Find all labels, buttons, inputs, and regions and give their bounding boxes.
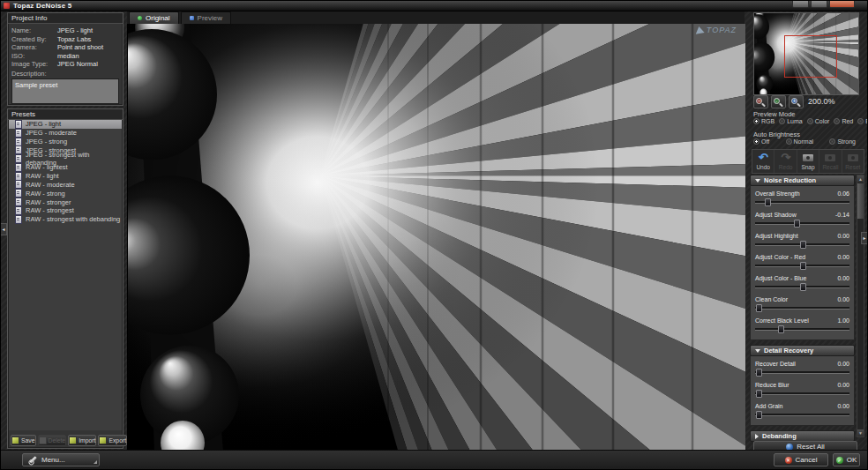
preset-item[interactable]: JPEG - moderate (9, 129, 122, 138)
slider-track[interactable] (755, 390, 849, 398)
preset-file-icon (15, 129, 22, 138)
field-value: JPEG Normal (57, 60, 98, 69)
slider-track[interactable] (755, 283, 849, 291)
preview-mode-color-radio[interactable]: Color (807, 118, 830, 124)
preview-mode-blue-radio[interactable]: Blue (857, 118, 868, 124)
redo-button[interactable]: Redo (774, 150, 797, 173)
slider-handle[interactable] (794, 220, 800, 228)
slider-handle[interactable] (756, 411, 762, 419)
slider-handle[interactable] (778, 325, 784, 333)
field-value: Topaz Labs (57, 35, 91, 44)
zoom-controls: 200.0% (753, 95, 835, 108)
zoom-fit-button[interactable] (771, 95, 786, 108)
collapse-left-panel-handle[interactable] (1, 223, 7, 235)
navigator-viewport-rect[interactable] (784, 35, 837, 78)
settings-scrollbar[interactable] (857, 175, 864, 437)
ok-button[interactable]: OK (833, 453, 860, 466)
section-header[interactable]: Detail Recovery (750, 345, 855, 356)
auto-brightness-normal-radio[interactable]: Normal (786, 138, 814, 145)
slider-track[interactable] (755, 241, 849, 249)
tab-original[interactable]: Original (129, 11, 179, 24)
preset-item[interactable]: RAW - strong (9, 189, 122, 198)
slider-value: 0.00 (837, 403, 849, 410)
export-preset-button[interactable]: Export (98, 435, 127, 446)
undo-icon (759, 153, 768, 163)
zoom-out-button[interactable] (753, 95, 768, 108)
delete-preset-button[interactable]: Delete (38, 435, 67, 446)
preset-file-icon (15, 172, 22, 181)
preset-label: RAW - stronger (26, 198, 71, 206)
section-header[interactable]: Noise Reduction (750, 175, 855, 186)
tab-preview[interactable]: Preview (181, 11, 231, 24)
slider-track[interactable] (755, 304, 849, 312)
slider-value: -0.14 (835, 212, 849, 219)
import-preset-button[interactable]: Import (68, 435, 96, 446)
slider-handle[interactable] (756, 369, 762, 377)
preset-item[interactable]: RAW - moderate (9, 181, 122, 190)
close-button[interactable] (829, 0, 855, 8)
scrollbar-thumb[interactable] (857, 183, 864, 219)
slider-label: Recover Detail (755, 361, 796, 368)
scroll-down-icon[interactable] (857, 429, 864, 436)
preset-item[interactable]: RAW - strongest with debanding (9, 215, 122, 224)
slider-handle[interactable] (800, 283, 806, 291)
collapse-right-panel-handle[interactable] (861, 232, 867, 244)
snap-button[interactable]: Snap (797, 150, 819, 173)
slider-handle[interactable] (800, 241, 806, 249)
slider-track[interactable] (755, 220, 849, 228)
slider-track[interactable] (755, 325, 849, 333)
maximize-button[interactable] (811, 0, 827, 8)
topaz-denoise-window: Topaz DeNoise 5 Project Info Name: JPEG … (0, 0, 868, 470)
field-value: JPEG - light (57, 26, 93, 35)
preset-file-icon (15, 189, 22, 198)
minimize-button[interactable] (792, 0, 809, 8)
slider-handle[interactable] (756, 304, 762, 312)
reset-button[interactable]: Reset (842, 150, 864, 173)
slider-handle[interactable] (756, 390, 762, 398)
preset-item[interactable]: RAW - strongest (9, 206, 122, 215)
disk-icon (11, 436, 19, 444)
preset-label: JPEG - moderate (26, 129, 77, 137)
undo-button[interactable]: Undo (752, 150, 774, 173)
settings-area: Noise Reduction Overall Strength 0.06 Ad… (750, 175, 864, 439)
history-toolbar: Undo Redo Snap Recall Reset (752, 149, 864, 174)
slider-row: Correct Black Level 1.00 (755, 317, 849, 333)
preset-item[interactable]: RAW - stronger (9, 198, 122, 206)
menu-button[interactable]: Menu... (22, 453, 100, 466)
radio-icon (807, 118, 813, 124)
save-preset-button[interactable]: Save (11, 435, 36, 446)
slider-label: Add Grain (755, 403, 783, 410)
preset-item[interactable]: JPEG - strongest with debanding (9, 154, 122, 163)
preview-mode-luma-radio[interactable]: Luma (779, 118, 803, 124)
redo-icon (781, 153, 790, 163)
scroll-up-icon[interactable] (857, 175, 864, 183)
snap-icon (803, 153, 813, 163)
slider-track[interactable] (755, 198, 849, 206)
slider-value: 0.00 (837, 275, 849, 282)
presets-header: Presets (8, 109, 123, 120)
zoom-level: 200.0% (808, 97, 835, 106)
image-preview-canvas[interactable]: TOPAZ (127, 24, 745, 451)
radio-icon (753, 138, 760, 145)
disk-icon (99, 436, 107, 444)
preview-mode-red-radio[interactable]: Red (834, 118, 853, 124)
slider-track[interactable] (755, 369, 849, 377)
menu-dropdown-icon (94, 460, 97, 464)
preset-item[interactable]: RAW - light (9, 172, 122, 181)
slider-track[interactable] (755, 262, 849, 270)
auto-brightness-strong-radio[interactable]: Strong (829, 138, 856, 145)
slider-handle[interactable] (800, 262, 806, 270)
preview-mode-rgb-radio[interactable]: RGB (753, 118, 774, 124)
zoom-in-button[interactable] (789, 95, 804, 108)
cancel-button[interactable]: Cancel (774, 453, 828, 466)
navigator-thumbnail[interactable] (753, 12, 859, 95)
preset-item[interactable]: JPEG - light (9, 120, 122, 129)
slider-track[interactable] (755, 411, 849, 419)
slider-handle[interactable] (765, 198, 771, 206)
project-info-panel: Project Info Name: JPEG - light Created … (7, 12, 123, 106)
auto-brightness-off-radio[interactable]: Off (753, 138, 769, 145)
description-field[interactable]: Sample preset (11, 78, 119, 104)
preset-item[interactable]: JPEG - strong (9, 138, 122, 146)
recall-button[interactable]: Recall (819, 150, 842, 173)
radio-icon (779, 118, 785, 124)
